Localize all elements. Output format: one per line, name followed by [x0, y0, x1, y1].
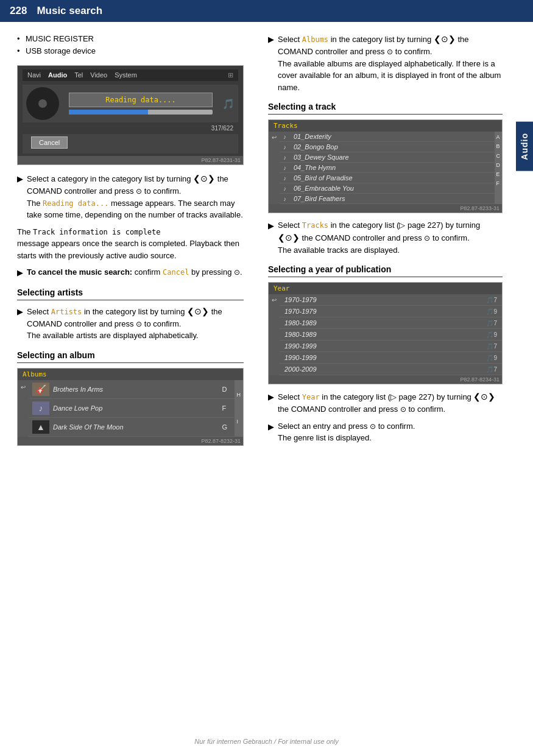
albums-ref: P82.87-8232-31	[18, 437, 243, 445]
album-name: Dance Love Pop	[53, 404, 219, 412]
instruction-select-entry: ▶ Select an entry and press ⊙ to confirm…	[268, 420, 503, 444]
track-row: ♪05_Bird of Paradise	[280, 173, 495, 183]
album-thumb: 🎸	[32, 383, 49, 396]
bullet-list: MUSIC REGISTER USB storage device	[17, 33, 244, 57]
page-number: 228	[10, 5, 27, 17]
page-title: Music search	[37, 5, 102, 17]
arrow-icon: ▶	[268, 391, 274, 415]
arrow-icon: ▶	[268, 34, 274, 93]
year-row: 1990-1999🎵7	[280, 341, 502, 352]
year-ref: P82.87-8234-31	[269, 375, 502, 384]
nav-tel: Tel	[74, 71, 83, 79]
track-row: ♪01_Dexterity	[280, 132, 495, 142]
track-complete-paragraph: The Track information is complete messag…	[17, 226, 244, 262]
reading-data-message: Reading data....	[69, 93, 213, 107]
right-column: ▶ Select Albums in the category list by …	[256, 33, 533, 452]
instruction-select-tracks: ▶ Select Tracks in the category list (▷ …	[268, 219, 503, 256]
arrow-icon: ▶	[17, 173, 23, 221]
track-info-complete-msg: Track information is complete	[33, 228, 161, 236]
year-row: 2000-2009🎵7	[280, 364, 502, 375]
device-ref: P82.87-8231-31	[18, 156, 243, 164]
main-content: MUSIC REGISTER USB storage device Navi A…	[0, 22, 533, 458]
list-item: USB storage device	[17, 45, 244, 57]
year-screen-header: Year	[269, 283, 502, 294]
tracks-screenshot: Tracks ↩ ♪01_Dexterity ♪02_Bongo Bop ♪03…	[268, 119, 503, 213]
albums-screenshot: Albums ↩ 🎸 Brothers In Arms D ♪	[17, 368, 244, 446]
album-name: Dark Side Of The Moon	[53, 423, 219, 431]
instruction-select-albums: ▶ Select Albums in the category list by …	[268, 33, 503, 93]
selecting-track-heading: Selecting a track	[268, 102, 503, 115]
left-column: MUSIC REGISTER USB storage device Navi A…	[0, 33, 256, 452]
album-name: Brothers In Arms	[53, 386, 219, 393]
page-footer: Nur für internen Gebrauch / For internal…	[0, 738, 533, 745]
year-row: 1970-1979🎵9	[280, 306, 502, 317]
instruction-select-year: ▶ Select Year in the category list (▷ pa…	[268, 390, 503, 415]
album-row: ♪ Dance Love Pop F	[29, 399, 235, 418]
tracks-side-letters: A B C D E F	[495, 132, 503, 204]
tracks-screen-header: Tracks	[269, 120, 502, 132]
cancel-label: To cancel the music search:	[27, 267, 132, 277]
year-row: 1980-1989🎵7	[280, 317, 502, 329]
album-thumb: ♪	[32, 401, 49, 415]
tracks-ref: P82.87-8233-31	[269, 204, 502, 213]
instruction-select-category: ▶ Select a category in the category list…	[17, 172, 244, 221]
year-row: 1990-1999🎵9	[280, 352, 502, 364]
progress-fill	[69, 110, 148, 115]
cancel-music-search-instruction: ▶ To cancel the music search: confirm Ca…	[17, 266, 244, 279]
progress-bar	[69, 110, 213, 115]
year-word: Year	[302, 393, 320, 401]
nav-system: System	[115, 71, 137, 79]
tracks-list: ♪01_Dexterity ♪02_Bongo Bop ♪03_Dewey Sq…	[280, 132, 495, 204]
track-row: ♪02_Bongo Bop	[280, 142, 495, 152]
page-header: 228 Music search	[0, 0, 533, 22]
album-letter: D	[222, 386, 231, 393]
track-row: ♪07_Bird Feathers	[280, 194, 495, 204]
arrow-icon: ▶	[268, 220, 274, 256]
device-screen: Navi Audio Tel Video System ⊞ Reading da…	[17, 65, 244, 165]
track-row: ♪06_Embracable You	[280, 183, 495, 194]
tracks-word: Tracks	[302, 221, 328, 230]
nav-video: Video	[90, 71, 107, 79]
year-row: 1970-1979🎵7	[280, 294, 502, 306]
cancel-button[interactable]: Cancel	[31, 136, 68, 149]
selecting-album-heading: Selecting an album	[17, 350, 244, 363]
list-item: MUSIC REGISTER	[17, 33, 244, 45]
nav-navi: Navi	[27, 71, 41, 79]
device-counter: 317/622	[23, 125, 238, 132]
track-row: ♪03_Dewey Square	[280, 152, 495, 163]
album-thumb: ▲	[32, 420, 49, 434]
artists-word: Artists	[51, 308, 82, 316]
track-icon: 🎵	[222, 99, 235, 109]
albums-word: Albums	[302, 35, 328, 44]
reading-data-inline: Reading data...	[43, 199, 108, 208]
album-row: 🎸 Brothers In Arms D	[29, 380, 235, 399]
album-row: ▲ Dark Side Of The Moon G	[29, 418, 235, 437]
selecting-artists-heading: Selecting artists	[17, 288, 244, 300]
album-letter: G	[222, 423, 231, 431]
instruction-select-artists: ▶ Select Artists in the category list by…	[17, 305, 244, 342]
nav-audio: Audio	[48, 71, 67, 79]
year-row: 1980-1989🎵9	[280, 329, 502, 341]
device-screen-inner: Navi Audio Tel Video System ⊞ Reading da…	[18, 66, 243, 156]
track-row: ♪04_The Hymn	[280, 163, 495, 173]
device-nav-bar: Navi Audio Tel Video System ⊞	[23, 69, 238, 81]
selecting-year-heading: Selecting a year of publication	[268, 264, 503, 277]
album-letter: F	[222, 404, 231, 412]
year-screenshot: Year ↩ 1970-1979🎵7 1970-1979🎵9 1980-1989…	[268, 282, 503, 384]
albums-screen-header: Albums	[18, 369, 243, 380]
arrow-icon: ▶	[17, 306, 23, 342]
arrow-icon: ▶	[268, 421, 274, 444]
arrow-icon: ▶	[17, 267, 23, 279]
audio-side-tab: Audio	[516, 122, 533, 171]
cancel-word: Cancel	[163, 268, 189, 277]
